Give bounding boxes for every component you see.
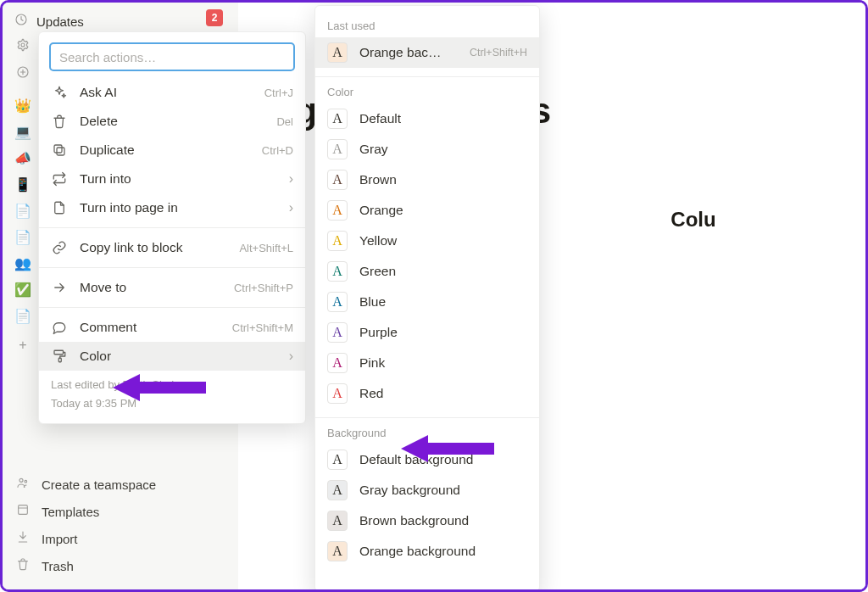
turn-into-icon: [51, 170, 68, 187]
menu-copy-link[interactable]: Copy link to block Alt+Shift+L: [39, 233, 305, 262]
color-swatch: A: [327, 450, 348, 470]
plus-circle-icon: [14, 65, 31, 82]
trash-icon: [51, 113, 68, 130]
color-swatch: A: [327, 231, 348, 251]
color-swatch: A: [327, 511, 348, 531]
chevron-right-icon: ›: [289, 349, 293, 364]
templates-icon: [14, 503, 31, 520]
clock-icon: [14, 13, 28, 30]
group-last-used: Last used: [315, 14, 539, 37]
import-icon: [14, 530, 31, 547]
updates-label: Updates: [36, 14, 84, 29]
svg-rect-9: [58, 358, 61, 362]
move-icon: [51, 279, 68, 296]
color-option-purple[interactable]: APurple: [315, 317, 539, 348]
color-swatch: A: [327, 480, 348, 500]
page-emoji-icon: 📄: [14, 203, 31, 219]
plus-icon: +: [14, 338, 31, 353]
color-swatch: A: [327, 292, 348, 312]
sidebar-bottom: Create a teamspace Templates Import Tras…: [3, 471, 238, 579]
color-option-gray[interactable]: AGray: [315, 134, 539, 165]
chevron-right-icon: ›: [289, 171, 293, 187]
background-option-gray-background[interactable]: AGray background: [315, 475, 539, 505]
menu-turn-into-page-in[interactable]: Turn into page in ›: [39, 193, 305, 222]
paint-roller-icon: [51, 348, 68, 365]
sidebar-updates-row[interactable]: Updates 2: [3, 3, 238, 33]
color-option-brown[interactable]: ABrown: [315, 165, 539, 195]
menu-turn-into[interactable]: Turn into ›: [39, 165, 305, 193]
color-swatch: A: [327, 383, 348, 404]
color-swatch: A: [327, 109, 348, 129]
color-option-default[interactable]: ADefault: [315, 103, 539, 134]
sidebar-templates[interactable]: Templates: [3, 498, 238, 525]
chevron-right-icon: ›: [289, 200, 293, 215]
page-emoji-icon: 📄: [14, 229, 31, 245]
svg-rect-6: [57, 148, 64, 155]
sidebar-teamspace[interactable]: Create a teamspace: [3, 471, 238, 498]
teamspace-icon: [14, 476, 31, 493]
menu-move-to[interactable]: Move to Ctrl+Shift+P: [39, 273, 305, 302]
menu-separator: [39, 227, 305, 228]
color-swatch: A: [327, 139, 348, 159]
menu-color[interactable]: Color ›: [39, 342, 305, 371]
color-swatch: A: [327, 353, 348, 373]
group-background: Background: [315, 422, 539, 444]
svg-point-4: [25, 480, 27, 483]
page-emoji-icon: 👥: [14, 255, 31, 271]
svg-point-3: [19, 478, 23, 482]
sidebar-trash[interactable]: Trash: [3, 552, 238, 579]
menu-separator: [39, 307, 305, 308]
background-option-brown-background[interactable]: ABrown background: [315, 505, 539, 536]
sidebar-import[interactable]: Import: [3, 525, 238, 552]
gear-icon: [14, 38, 31, 55]
color-option-green[interactable]: AGreen: [315, 256, 539, 287]
color-swatch-orange-bg: A: [327, 42, 348, 63]
color-option-pink[interactable]: APink: [315, 348, 539, 378]
updates-badge: 2: [206, 9, 223, 26]
page-emoji-icon: 💻: [14, 124, 31, 140]
column-3-heading[interactable]: Colu: [670, 208, 715, 232]
color-option-yellow[interactable]: AYellow: [315, 226, 539, 256]
page-emoji-icon: 👑: [14, 98, 31, 114]
menu-ask-ai[interactable]: Ask AI Ctrl+J: [39, 78, 305, 107]
page-emoji-icon: 📣: [14, 150, 31, 166]
menu-delete[interactable]: Delete Del: [39, 107, 305, 136]
menu-footer: Last edited by Parth Shah Today at 9:35 …: [39, 371, 305, 413]
page-emoji-icon: 📱: [14, 176, 31, 193]
color-last-used-item[interactable]: A Orange bac… Ctrl+Shift+H: [315, 37, 539, 68]
color-submenu-popover: Last used A Orange bac… Ctrl+Shift+H Col…: [314, 5, 540, 592]
sparkle-icon: [51, 84, 68, 101]
comment-icon: [51, 319, 68, 336]
color-option-blue[interactable]: ABlue: [315, 287, 539, 317]
color-swatch: A: [327, 322, 348, 343]
color-option-orange[interactable]: AOrange: [315, 195, 539, 226]
background-option-default-background[interactable]: ADefault background: [315, 444, 539, 475]
menu-comment[interactable]: Comment Ctrl+Shift+M: [39, 313, 305, 342]
link-icon: [51, 239, 68, 256]
menu-duplicate[interactable]: Duplicate Ctrl+D: [39, 136, 305, 165]
svg-rect-5: [19, 505, 28, 515]
color-swatch: A: [327, 541, 348, 561]
duplicate-icon: [51, 142, 68, 159]
color-option-red[interactable]: ARed: [315, 378, 539, 409]
page-icon: [51, 199, 68, 216]
color-swatch: A: [327, 261, 348, 282]
group-color: Color: [315, 81, 539, 103]
page-emoji-icon: ✅: [14, 282, 31, 298]
page-emoji-icon: 📄: [14, 308, 31, 324]
color-swatch: A: [327, 200, 348, 221]
submenu-separator: [315, 76, 539, 77]
color-swatch: A: [327, 170, 348, 190]
trash-icon: [14, 557, 31, 574]
submenu-separator: [315, 417, 539, 418]
svg-rect-8: [54, 350, 64, 355]
svg-rect-7: [54, 145, 62, 153]
block-actions-popover: Ask AI Ctrl+J Delete Del Duplicate Ctrl+…: [38, 31, 306, 424]
background-option-orange-background[interactable]: AOrange background: [315, 536, 539, 567]
menu-separator: [39, 267, 305, 268]
svg-point-1: [21, 43, 25, 47]
search-input[interactable]: [49, 42, 295, 71]
